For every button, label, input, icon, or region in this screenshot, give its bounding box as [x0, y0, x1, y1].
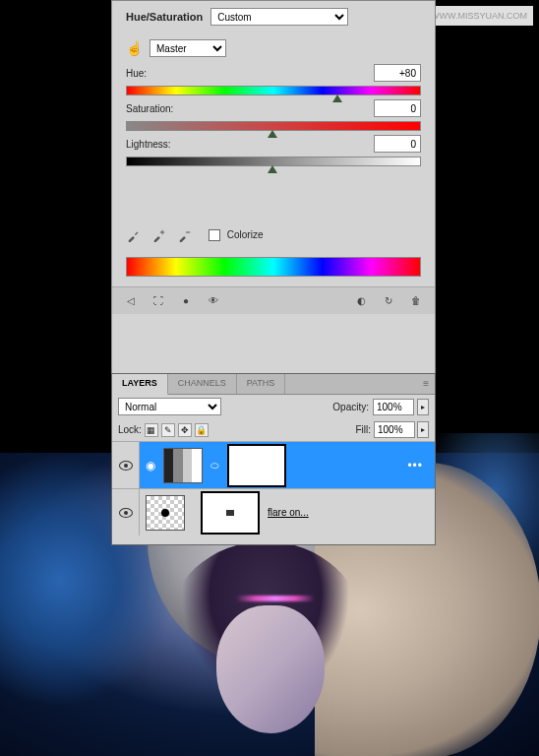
lock-position-icon[interactable]: ✥	[178, 423, 192, 437]
layers-panel: LAYERS CHANNELS PATHS ≡ Normal Opacity: …	[111, 373, 436, 545]
panel-menu-icon[interactable]: ≡	[417, 374, 435, 394]
link-icon: ⬭	[210, 460, 219, 472]
eye-icon	[119, 461, 133, 471]
layer-more-icon[interactable]: •••	[407, 459, 423, 472]
opacity-flyout-icon[interactable]: ▸	[417, 399, 429, 415]
hue-thumb[interactable]	[332, 94, 342, 102]
back-icon[interactable]: ◁	[122, 293, 140, 309]
tab-paths[interactable]: PATHS	[237, 374, 286, 394]
lock-label: Lock:	[118, 424, 142, 435]
eyedropper-minus-icon[interactable]	[177, 227, 193, 243]
reset-icon[interactable]: ↻	[380, 293, 397, 309]
lock-pixels-icon[interactable]: ✎	[161, 423, 175, 437]
hair-highlight	[236, 596, 315, 601]
lock-transparent-icon[interactable]: ▦	[145, 423, 158, 437]
layer-2-name[interactable]: flare on...	[268, 507, 309, 518]
panel-title: Hue/Saturation	[126, 11, 203, 23]
fill-flyout-icon[interactable]: ▸	[417, 421, 429, 438]
targeted-tool-icon[interactable]	[126, 40, 144, 56]
expand-icon[interactable]: ⛶	[150, 293, 167, 309]
watermark-en: WWW.MISSYUAN.COM	[431, 11, 527, 21]
opacity-input[interactable]	[373, 399, 414, 415]
range-select[interactable]: Master	[150, 39, 226, 57]
clip-icon[interactable]: ◐	[352, 293, 370, 309]
saturation-input[interactable]	[374, 99, 421, 117]
fill-input[interactable]	[374, 421, 415, 438]
eyedropper-plus-icon[interactable]	[151, 227, 167, 243]
hue-input[interactable]	[374, 64, 421, 82]
panel-bottom-toolbar: ◁ ⛶ ● 👁 ◐ ↻ 🗑	[112, 286, 435, 314]
saturation-thumb[interactable]	[268, 130, 277, 138]
layer-row-2[interactable]: flare on...	[112, 488, 435, 536]
layer-1-adjust-thumb[interactable]	[163, 448, 203, 483]
layers-tabs: LAYERS CHANNELS PATHS ≡	[112, 374, 435, 395]
opacity-label: Opacity:	[332, 402, 369, 412]
hue-slider[interactable]	[126, 86, 421, 95]
blend-mode-select[interactable]: Normal	[118, 398, 221, 415]
eyedropper-icon[interactable]	[126, 227, 142, 243]
face	[216, 605, 325, 733]
lightness-label: Lightness:	[126, 139, 171, 150]
colorize-check[interactable]: Colorize	[209, 229, 263, 241]
layer-2-mask[interactable]	[201, 491, 260, 535]
spectrum-bar	[126, 257, 421, 277]
layer-row-1[interactable]: ◉ ⬭ •••	[112, 441, 435, 488]
layer-1-eye[interactable]	[112, 442, 140, 488]
colorize-checkbox[interactable]	[209, 229, 220, 241]
fill-label: Fill:	[355, 424, 371, 435]
layer-2-eye[interactable]	[112, 489, 140, 536]
lightness-input[interactable]	[374, 135, 421, 153]
saturation-label: Saturation:	[126, 103, 173, 114]
tab-layers[interactable]: LAYERS	[112, 374, 168, 395]
adjustment-icon: ◉	[146, 459, 155, 472]
layer-1-mask[interactable]	[227, 444, 286, 487]
lightness-thumb[interactable]	[268, 165, 277, 173]
colorize-label: Colorize	[227, 229, 264, 240]
lightness-slider[interactable]	[126, 157, 421, 166]
hue-saturation-panel: Hue/Saturation Custom Master Hue: Satura…	[111, 0, 436, 374]
view-icon[interactable]: ●	[177, 293, 195, 309]
preset-select[interactable]: Custom	[210, 8, 348, 26]
trash-icon[interactable]: 🗑	[407, 293, 425, 309]
lock-all-icon[interactable]: 🔒	[195, 423, 209, 437]
visibility-icon[interactable]: 👁	[205, 293, 222, 309]
tab-channels[interactable]: CHANNELS	[168, 374, 237, 394]
layer-2-thumb[interactable]	[146, 495, 185, 531]
hue-label: Hue:	[126, 68, 147, 79]
eye-icon	[119, 508, 133, 518]
saturation-slider[interactable]	[126, 121, 421, 131]
